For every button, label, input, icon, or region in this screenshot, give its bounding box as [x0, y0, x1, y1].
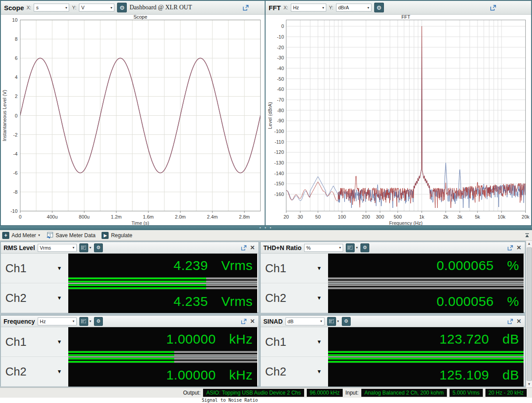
- channel-selector-ch1[interactable]: Ch1 ▼: [261, 327, 328, 357]
- channel-column: Ch1 ▼ Ch2 ▼: [1, 254, 68, 313]
- svg-text:Level (dBrA): Level (dBrA): [267, 102, 273, 129]
- meter-unit: dB: [502, 332, 519, 347]
- meter-title: Frequency: [4, 318, 35, 325]
- popout-icon[interactable]: [508, 245, 513, 250]
- save-meter-data-button[interactable]: Save Meter Data: [46, 232, 95, 239]
- channel-column: Ch1 ▼ Ch2 ▼: [261, 327, 328, 387]
- scrollbar-thumb[interactable]: [527, 247, 532, 381]
- meter-display-mode-button[interactable]: [79, 317, 88, 326]
- fft-settings-button[interactable]: ⚙: [374, 3, 384, 12]
- svg-text:Time (s): Time (s): [132, 220, 149, 225]
- popout-icon[interactable]: [241, 245, 246, 250]
- channel-column: Ch1 ▼ Ch2 ▼: [261, 254, 328, 313]
- scope-x-label: X:: [27, 5, 31, 10]
- channel-column: Ch1 ▼ Ch2 ▼: [1, 327, 68, 387]
- popout-icon[interactable]: [241, 319, 246, 324]
- meter-unit-select[interactable]: % ▾: [304, 244, 343, 252]
- meter-header: SINAD dB ▾ ▾ ⚙ ✕: [261, 316, 525, 327]
- svg-text:500: 500: [394, 214, 402, 219]
- popout-icon[interactable]: [458, 5, 528, 11]
- chevron-down-icon: ▾: [73, 319, 74, 323]
- svg-text:4: 4: [15, 74, 17, 80]
- fft-y-unit-value: dBrA: [338, 5, 349, 10]
- channel-selector-ch2[interactable]: Ch2 ▼: [261, 357, 328, 387]
- channel-label: Ch1: [265, 262, 286, 275]
- meter-settings-button[interactable]: ⚙: [94, 317, 103, 326]
- meter-unit-select[interactable]: dB ▾: [286, 317, 325, 325]
- fft-y-unit-select[interactable]: dBrA ▾: [336, 4, 372, 12]
- meter-value: 123.720: [439, 332, 489, 347]
- svg-text:FFT: FFT: [401, 15, 410, 20]
- channel-selector-ch1[interactable]: Ch1 ▼: [1, 254, 68, 283]
- channel-selector-ch1[interactable]: Ch1 ▼: [1, 327, 68, 357]
- meter-display-ch1: 1.00000 kHz: [68, 327, 257, 351]
- meter-settings-button[interactable]: ⚙: [94, 243, 103, 252]
- meter-settings-button[interactable]: ⚙: [360, 243, 369, 252]
- close-icon[interactable]: ✕: [516, 318, 522, 325]
- meter-unit-value: Vrms: [40, 245, 51, 250]
- chevron-down-icon[interactable]: ▾: [90, 246, 91, 250]
- chart-section: Scope X: s ▾ Y: V ▾ ⚙ Dashboard @ XLR OU…: [0, 0, 532, 226]
- channel-label: Ch2: [265, 291, 286, 305]
- meter-body: Ch1 ▼ Ch2 ▼ 4.239 Vrms: [1, 254, 258, 313]
- meter-value: 0.000065: [437, 258, 494, 273]
- meter-bar-ch2: [68, 357, 257, 363]
- svg-text:-90: -90: [277, 118, 284, 123]
- fft-panel: FFT X: Hz ▾ Y: dBrA ▾ ⚙ 0-10-20-30-40-50…: [266, 1, 531, 225]
- scroll-up-icon[interactable]: ▲: [528, 241, 531, 247]
- meter-display-ch2: 4.235 Vrms: [68, 290, 257, 313]
- regulate-button[interactable]: ▶ Regulate: [102, 232, 132, 239]
- scope-settings-button[interactable]: ⚙: [117, 3, 127, 12]
- svg-text:20: 20: [283, 214, 289, 219]
- svg-text:10k: 10k: [497, 214, 505, 219]
- svg-text:-6: -6: [13, 170, 18, 176]
- scroll-down-icon[interactable]: ▼: [528, 381, 531, 387]
- svg-text:200: 200: [362, 214, 370, 219]
- meter-bar-ch2: [68, 284, 257, 290]
- meter-panel-rms-level: RMS Level Vrms ▾ ▾ ⚙ ✕: [0, 242, 259, 313]
- meter-settings-button[interactable]: ⚙: [342, 317, 351, 326]
- output-label: Output:: [183, 390, 200, 396]
- meters-grid: RMS Level Vrms ▾ ▾ ⚙ ✕: [0, 242, 532, 386]
- add-meter-button[interactable]: + Add Meter ▾: [2, 232, 40, 239]
- meter-display-ch1: 4.239 Vrms: [68, 254, 257, 277]
- svg-text:Frequency (Hz): Frequency (Hz): [389, 220, 423, 225]
- channel-selector-ch2[interactable]: Ch2 ▼: [1, 283, 68, 313]
- chevron-down-icon: ▾: [38, 233, 40, 237]
- chevron-down-icon[interactable]: ▾: [356, 246, 358, 250]
- collapse-panel-icon[interactable]: [524, 233, 530, 238]
- chevron-down-icon[interactable]: ▾: [337, 319, 339, 323]
- meter-display-mode-button[interactable]: [346, 243, 355, 252]
- vertical-scrollbar[interactable]: ▲ ▼: [526, 241, 532, 387]
- meter-display-mode-button[interactable]: [79, 243, 88, 252]
- svg-text:-50: -50: [277, 76, 284, 82]
- meter-display-ch2: 125.109 dB: [328, 363, 524, 387]
- close-icon[interactable]: ✕: [249, 318, 256, 325]
- scope-x-unit-select[interactable]: s ▾: [34, 4, 69, 12]
- bottom-caption: Signal to Noise Ratio: [202, 398, 258, 403]
- meter-display-ch2: 0.000056 %: [328, 290, 524, 313]
- meter-display-mode-button[interactable]: [327, 317, 336, 326]
- channel-selector-ch2[interactable]: Ch2 ▼: [1, 357, 68, 387]
- output-samplerate-badge: 96.0000 kHz: [307, 389, 343, 397]
- close-icon[interactable]: ✕: [516, 244, 522, 251]
- svg-text:-130: -130: [274, 160, 284, 165]
- popout-icon[interactable]: [230, 5, 262, 11]
- fft-x-unit-select[interactable]: Hz ▾: [291, 4, 326, 12]
- chevron-down-icon: ▾: [322, 6, 324, 10]
- chevron-down-icon[interactable]: ▾: [90, 319, 91, 323]
- input-range-badge: 5.000 Vrms: [450, 389, 483, 397]
- scope-panel-header: Scope X: s ▾ Y: V ▾ ⚙ Dashboard @ XLR OU…: [1, 1, 265, 15]
- meter-unit-select[interactable]: Vrms ▾: [38, 244, 77, 252]
- meter-title: RMS Level: [4, 244, 35, 251]
- channel-selector-ch2[interactable]: Ch2 ▼: [261, 283, 328, 313]
- scope-y-label: Y:: [72, 5, 76, 10]
- chevron-down-icon: ▼: [317, 368, 322, 375]
- popout-icon[interactable]: [508, 319, 513, 324]
- horizontal-splitter[interactable]: • • •: [0, 226, 532, 230]
- scope-y-unit-select[interactable]: V ▾: [79, 4, 114, 12]
- meter-unit-select[interactable]: Hz ▾: [38, 317, 77, 325]
- channel-selector-ch1[interactable]: Ch1 ▼: [261, 254, 328, 283]
- close-icon[interactable]: ✕: [249, 244, 256, 251]
- meter-value: 1.00000: [166, 368, 216, 383]
